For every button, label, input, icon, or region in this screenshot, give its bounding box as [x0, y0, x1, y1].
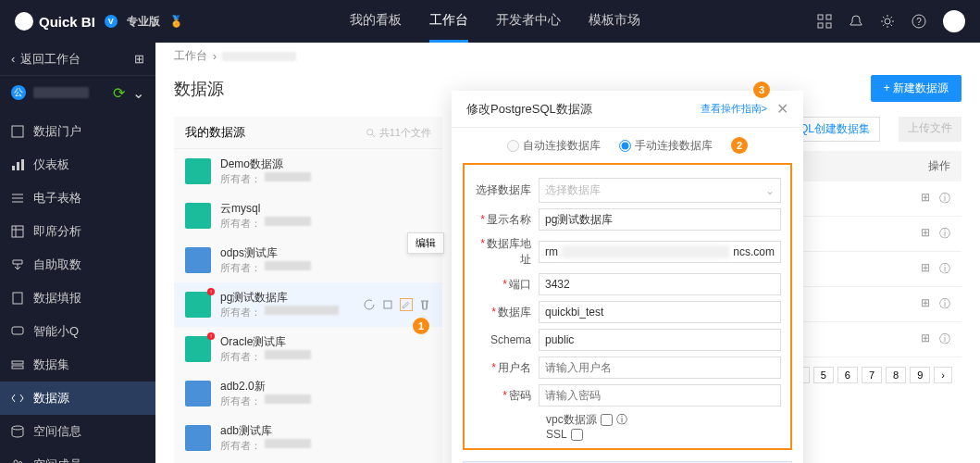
breadcrumb-blurred	[222, 52, 296, 61]
org-selector[interactable]: 公 ⟳ ⌄	[0, 76, 155, 109]
ds-item[interactable]: 云mysql所有者：	[174, 194, 442, 238]
display-name-input[interactable]	[539, 208, 781, 231]
sidebar-item-dashboard[interactable]: 仪表板	[0, 148, 155, 181]
new-datasource-button[interactable]: + 新建数据源	[871, 75, 961, 102]
grid-icon	[11, 125, 24, 138]
row-action-icon[interactable]: ⊞	[921, 261, 930, 277]
breadcrumb-root[interactable]: 工作台	[174, 48, 207, 64]
help-icon[interactable]: ⓘ	[616, 412, 627, 428]
row-info-icon[interactable]: ⓘ	[939, 226, 950, 242]
select-db-dropdown[interactable]: 选择数据库⌄	[539, 178, 781, 203]
expand-icon[interactable]: ⊞	[134, 52, 144, 66]
ds-item-selected[interactable]: ! pg测试数据库所有者： 1	[174, 282, 442, 327]
dataset-icon	[11, 358, 24, 371]
label-username: 用户名	[498, 361, 531, 374]
port-input[interactable]	[539, 273, 781, 295]
sidebar-item-adhoc[interactable]: 即席分析	[0, 215, 155, 248]
ds-type-icon	[185, 247, 211, 273]
gear-icon[interactable]	[880, 14, 895, 29]
refresh-icon[interactable]	[363, 298, 376, 311]
close-icon[interactable]: ✕	[776, 100, 788, 118]
row-info-icon[interactable]: ⓘ	[939, 261, 950, 277]
modal-form: 选择数据库选择数据库⌄ *显示名称 *数据库地址rmncs.com *端口 *数…	[463, 163, 792, 450]
tab-developer[interactable]: 开发者中心	[496, 0, 561, 43]
modal-title: 修改PostgreSQL数据源	[466, 101, 592, 118]
page-num[interactable]: 6	[837, 367, 858, 383]
sidebar-item-smartq[interactable]: 智能小Q	[0, 315, 155, 348]
ds-item[interactable]: odps测试库所有者： 编辑	[174, 238, 442, 282]
product-name: Quick BI	[39, 14, 95, 30]
logo-icon	[15, 12, 33, 31]
db-addr-input[interactable]: rmncs.com	[539, 241, 781, 263]
ds-actions	[363, 298, 431, 311]
page-num[interactable]: 7	[862, 367, 882, 383]
row-action-icon[interactable]: ⊞	[921, 226, 930, 242]
chevron-left-icon: ‹	[11, 52, 15, 66]
tab-workspace[interactable]: 工作台	[429, 0, 468, 43]
th-actions: 操作	[928, 158, 950, 174]
datasource-list: 我的数据源 共11个文件 Demo数据源所有者： 云mysql所有者： odps…	[174, 117, 442, 463]
svg-rect-10	[21, 159, 24, 170]
password-input[interactable]	[539, 384, 781, 407]
svg-rect-20	[384, 301, 391, 308]
avatar[interactable]	[943, 10, 965, 32]
row-info-icon[interactable]: ⓘ	[939, 332, 950, 347]
page-title: 数据源	[174, 78, 224, 100]
ds-item[interactable]: adb2.0新所有者：	[174, 371, 442, 416]
database-input[interactable]	[539, 301, 781, 323]
ds-item[interactable]: adb测试库所有者：	[174, 416, 442, 460]
schema-input[interactable]	[539, 329, 781, 351]
table-icon	[11, 225, 24, 238]
sidebar-item-spreadsheet[interactable]: 电子表格	[0, 181, 155, 215]
sidebar-item-spaceinfo[interactable]: 空间信息	[0, 415, 155, 448]
extract-icon	[11, 258, 24, 271]
page-num[interactable]: 5	[813, 367, 834, 383]
vpc-checkbox[interactable]	[601, 414, 613, 426]
ds-item[interactable]: Demo数据源所有者：	[174, 149, 442, 194]
sidebar-item-portal[interactable]: 数据门户	[0, 115, 155, 148]
bell-icon[interactable]	[849, 14, 863, 29]
delete-icon[interactable]	[418, 298, 431, 311]
apps-icon[interactable]	[817, 14, 832, 29]
medal-icon: 🏅	[169, 15, 183, 28]
page-num[interactable]: 9	[910, 367, 930, 383]
callout-2: 2	[731, 137, 748, 154]
alert-badge: !	[207, 288, 215, 295]
ds-search[interactable]: 共11个文件	[366, 126, 431, 140]
label-vpc: vpc数据源	[546, 412, 597, 428]
sidebar-item-dataset[interactable]: 数据集	[0, 348, 155, 382]
tab-my-dashboard[interactable]: 我的看板	[350, 0, 402, 43]
label-database: 数据库	[498, 306, 531, 319]
ssl-checkbox[interactable]	[571, 429, 583, 441]
svg-point-16	[12, 426, 23, 430]
back-to-workspace[interactable]: ‹ 返回工作台 ⊞	[0, 43, 155, 76]
row-action-icon[interactable]: ⊞	[921, 332, 930, 347]
ds-item[interactable]: !Oracle测试库所有者：	[174, 327, 442, 371]
edit-icon[interactable]	[400, 298, 413, 311]
guide-link[interactable]: 查看操作指南>	[701, 102, 767, 116]
radio-auto[interactable]: 自动连接数据库	[507, 137, 601, 154]
chevron-down-icon: ⌄	[765, 184, 775, 197]
label-select-db: 选择数据库	[474, 182, 539, 198]
page-next[interactable]: ›	[934, 367, 952, 383]
sidebar-item-members[interactable]: 空间成员	[0, 448, 155, 463]
sidebar-item-form[interactable]: 数据填报	[0, 282, 155, 315]
edit-datasource-modal: 修改PostgreSQL数据源 查看操作指南> ✕ 自动连接数据库 手动连接数据…	[452, 91, 803, 463]
sidebar-item-extract[interactable]: 自助取数	[0, 248, 155, 282]
row-action-icon[interactable]: ⊞	[921, 296, 930, 312]
radio-manual[interactable]: 手动连接数据库	[619, 137, 713, 154]
row-info-icon[interactable]: ⓘ	[939, 296, 950, 312]
row-action-icon[interactable]: ⊞	[921, 191, 930, 206]
row-info-icon[interactable]: ⓘ	[939, 191, 950, 206]
upload-file-button[interactable]: 上传文件	[899, 117, 961, 142]
tab-template-market[interactable]: 模板市场	[589, 0, 640, 43]
page-num[interactable]: 8	[886, 367, 906, 383]
ds-type-icon	[185, 381, 211, 407]
help-icon[interactable]: ?	[912, 14, 926, 29]
svg-rect-13	[12, 327, 23, 334]
svg-rect-1	[826, 15, 831, 19]
username-input[interactable]	[539, 357, 781, 379]
sidebar-item-datasource[interactable]: 数据源	[0, 382, 155, 415]
copy-icon[interactable]	[381, 298, 394, 311]
ds-type-icon	[185, 336, 211, 362]
